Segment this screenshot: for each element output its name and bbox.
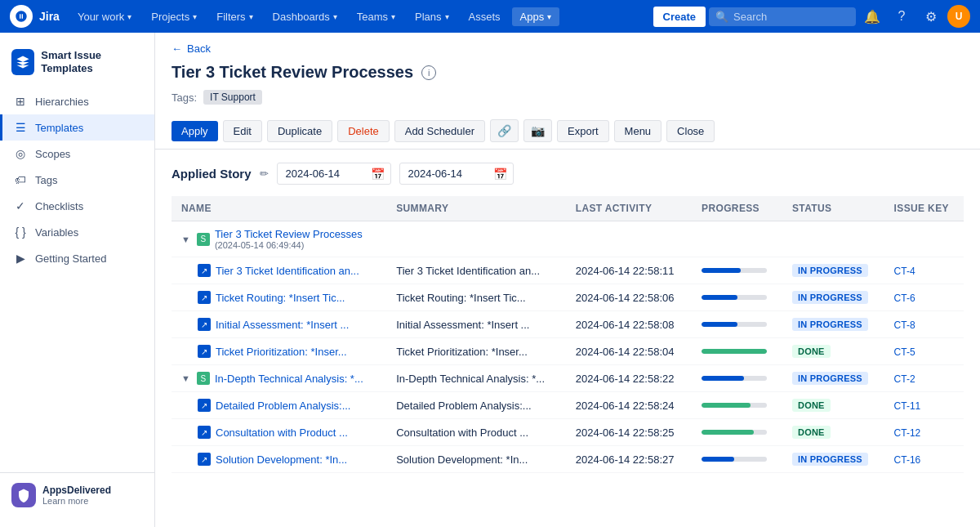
progress-bar [702, 457, 767, 462]
sidebar-item-tags[interactable]: 🏷 Tags [0, 167, 154, 193]
footer-brand-name: AppsDelivered [42, 485, 111, 496]
sidebar-item-checklists[interactable]: ✓ Checklists [0, 193, 154, 219]
duplicate-button[interactable]: Duplicate [267, 120, 332, 142]
nav-plans[interactable]: Plans ▾ [407, 7, 457, 26]
issue-name-link[interactable]: Ticket Prioritization: *Inser... [216, 346, 347, 358]
nav-apps[interactable]: Apps ▾ [512, 7, 560, 26]
cell-progress [692, 311, 782, 338]
delete-button[interactable]: Delete [337, 120, 390, 142]
table-row: ▼STier 3 Ticket Review Processes(2024-05… [172, 221, 964, 257]
brand-icon [11, 49, 34, 75]
cell-issue-key: CT-8 [884, 311, 964, 338]
cell-name: ↗Consultation with Product ... [172, 419, 386, 446]
progress-bar-fill [702, 430, 754, 435]
cell-progress [692, 338, 782, 365]
add-scheduler-button[interactable]: Add Scheduler [394, 120, 485, 142]
cell-name: ↗Ticket Prioritization: *Inser... [172, 338, 386, 365]
issue-key-link[interactable]: CT-2 [894, 373, 915, 385]
sidebar-item-templates[interactable]: ☰ Templates [0, 114, 154, 141]
status-badge: IN PROGRESS [792, 372, 868, 385]
cell-summary: Solution Development: *In... [386, 446, 566, 473]
issue-key-link[interactable]: CT-12 [894, 427, 921, 439]
back-link[interactable]: ← Back [172, 42, 964, 55]
sidebar-item-variables[interactable]: { } Variables [0, 219, 154, 245]
issue-name-link[interactable]: Detailed Problem Analysis:... [216, 400, 350, 412]
search-input[interactable] [709, 7, 856, 26]
collapse-toggle[interactable]: ▼ [181, 234, 190, 244]
issue-name-link[interactable]: Solution Development: *In... [216, 453, 347, 466]
apply-button[interactable]: Apply [172, 121, 218, 141]
subtask-type-icon: ↗ [198, 399, 211, 412]
nav-teams[interactable]: Teams ▾ [349, 7, 403, 26]
progress-bar-fill [702, 403, 751, 408]
sidebar-item-hierarchies[interactable]: ⊞ Hierarchies [0, 88, 154, 114]
edit-applied-icon[interactable]: ✏ [260, 167, 269, 180]
nav-filters[interactable]: Filters ▾ [208, 7, 261, 26]
create-button[interactable]: Create [653, 7, 706, 27]
issue-key-link[interactable]: CT-8 [894, 319, 915, 331]
subtask-type-icon: ↗ [198, 453, 211, 466]
story-type-icon: S [197, 233, 210, 246]
progress-bar-fill [702, 457, 734, 462]
cell-status: DONE [782, 392, 884, 419]
footer-learn-more[interactable]: Learn more [42, 496, 111, 506]
cell-last-activity: 2024-06-14 22:58:08 [566, 311, 692, 338]
edit-button[interactable]: Edit [223, 120, 262, 142]
cell-status: IN PROGRESS [782, 257, 884, 284]
applied-section-title: Applied Story [172, 167, 252, 181]
cell-status: IN PROGRESS [782, 365, 884, 392]
date-to-input[interactable] [399, 163, 514, 185]
nav-projects[interactable]: Projects ▾ [143, 7, 205, 26]
date-from-input[interactable] [277, 163, 391, 185]
tags-icon: 🏷 [14, 173, 27, 186]
table-row: ↗Initial Assessment: *Insert ...Initial … [172, 311, 964, 338]
templates-icon: ☰ [14, 121, 27, 134]
cell-progress [692, 365, 782, 392]
issue-name-link[interactable]: Initial Assessment: *Insert ... [216, 319, 349, 331]
progress-bar [702, 322, 767, 327]
subtask-type-icon: ↗ [198, 318, 211, 331]
cell-status: IN PROGRESS [782, 311, 884, 338]
nav-assets[interactable]: Assets [461, 7, 509, 26]
issue-key-link[interactable]: CT-4 [894, 266, 915, 277]
sidebar-item-scopes[interactable]: ◎ Scopes [0, 141, 154, 167]
sidebar-brand: Smart Issue Templates [0, 42, 154, 88]
nav-dashboards[interactable]: Dashboards ▾ [265, 7, 345, 26]
issue-key-link[interactable]: CT-16 [894, 454, 921, 466]
link-button[interactable]: 🔗 [490, 119, 519, 142]
issue-name-link[interactable]: Ticket Routing: *Insert Tic... [216, 292, 345, 304]
cell-last-activity: 2024-06-14 22:58:24 [566, 392, 692, 419]
subtask-type-icon: ↗ [198, 426, 211, 439]
subtask-type-icon: ↗ [198, 264, 211, 277]
export-button[interactable]: Export [557, 120, 609, 142]
tag-badge[interactable]: IT Support [203, 90, 262, 105]
issue-name-link[interactable]: Tier 3 Ticket Identification an... [216, 265, 359, 277]
cell-summary [386, 221, 566, 257]
jira-logo[interactable] [10, 5, 33, 28]
top-navigation: Jira Your work ▾ Projects ▾ Filters ▾ Da… [0, 0, 980, 33]
issue-name-link[interactable]: Tier 3 Ticket Review Processes [215, 228, 363, 240]
sidebar-item-getting-started[interactable]: ▶ Getting Started [0, 245, 154, 271]
table-header: Name Summary Last Activity Progress Stat… [172, 196, 964, 221]
collapse-toggle[interactable]: ▼ [181, 373, 190, 383]
table-row: ↗Ticket Routing: *Insert Tic...Ticket Ro… [172, 284, 964, 311]
nav-your-work[interactable]: Your work ▾ [69, 7, 140, 26]
camera-button[interactable]: 📷 [523, 119, 552, 142]
issue-key-link[interactable]: CT-6 [894, 293, 915, 304]
avatar[interactable]: U [947, 5, 970, 28]
menu-button[interactable]: Menu [614, 120, 662, 142]
notifications-button[interactable]: 🔔 [859, 3, 885, 29]
settings-button[interactable]: ⚙ [918, 3, 944, 29]
variables-icon: { } [14, 226, 27, 239]
help-button[interactable]: ? [889, 3, 915, 29]
issue-key-link[interactable]: CT-11 [894, 400, 921, 412]
issue-name-link[interactable]: In-Depth Technical Analysis: *... [215, 373, 363, 385]
close-button[interactable]: Close [666, 120, 715, 142]
cell-last-activity: 2024-06-14 22:58:25 [566, 419, 692, 446]
info-icon[interactable]: i [421, 65, 436, 80]
table-row: ↗Detailed Problem Analysis:...Detailed P… [172, 392, 964, 419]
progress-bar [702, 295, 767, 300]
issue-name-link[interactable]: Consultation with Product ... [216, 427, 348, 439]
cell-progress [692, 419, 782, 446]
issue-key-link[interactable]: CT-5 [894, 346, 915, 358]
